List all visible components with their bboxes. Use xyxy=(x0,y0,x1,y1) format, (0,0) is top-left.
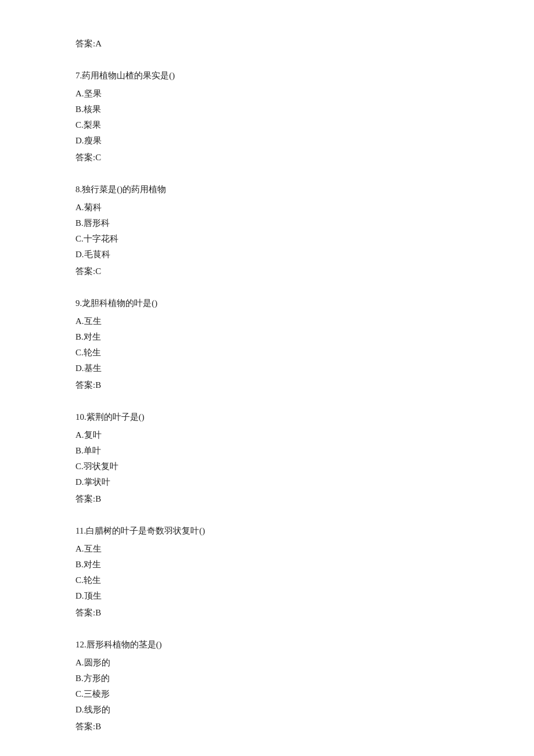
question-8-answer: 答案:C xyxy=(75,264,459,279)
question-8-option-a: A.菊科 xyxy=(75,200,459,215)
question-12-answer: 答案:B xyxy=(75,719,459,735)
question-11-answer: 答案:B xyxy=(75,605,459,621)
question-10-option-a: A.复叶 xyxy=(75,427,459,443)
question-12-option-c: C.三棱形 xyxy=(75,686,459,702)
question-11-option-b: B.对生 xyxy=(75,557,459,573)
question-10-option-d: D.掌状叶 xyxy=(75,474,459,490)
question-9-option-a: A.互生 xyxy=(75,314,459,329)
question-7-answer: 答案:C xyxy=(75,150,459,165)
question-9: 9.龙胆科植物的叶是() A.互生 B.对生 C.轮生 D.基生 答案:B xyxy=(75,296,459,393)
question-12-option-d: D.线形的 xyxy=(75,702,459,718)
question-7-option-b: B.核果 xyxy=(75,102,459,117)
prev-answer-block: 答案:A xyxy=(75,36,459,52)
question-9-option-c: C.轮生 xyxy=(75,345,459,361)
question-7: 7.药用植物山楂的果实是() A.坚果 B.核果 C.梨果 D.瘦果 答案:C xyxy=(75,68,459,165)
question-11: 11.白腊树的叶子是奇数羽状复叶() A.互生 B.对生 C.轮生 D.顶生 答… xyxy=(75,523,459,621)
question-11-option-c: C.轮生 xyxy=(75,573,459,588)
question-7-option-d: D.瘦果 xyxy=(75,133,459,149)
question-11-option-d: D.顶生 xyxy=(75,588,459,604)
question-12: 12.唇形科植物的茎是() A.圆形的 B.方形的 C.三棱形 D.线形的 答案… xyxy=(75,637,459,735)
question-8-option-b: B.唇形科 xyxy=(75,215,459,231)
question-7-title: 7.药用植物山楂的果实是() xyxy=(75,68,459,84)
question-12-option-b: B.方形的 xyxy=(75,671,459,686)
question-8-title: 8.独行菜是()的药用植物 xyxy=(75,182,459,197)
question-9-answer: 答案:B xyxy=(75,377,459,393)
prev-answer-text: 答案:A xyxy=(75,36,459,52)
question-9-title: 9.龙胆科植物的叶是() xyxy=(75,296,459,311)
question-11-option-a: A.互生 xyxy=(75,541,459,557)
question-9-option-b: B.对生 xyxy=(75,329,459,345)
content-area: 答案:A 7.药用植物山楂的果实是() A.坚果 B.核果 C.梨果 D.瘦果 … xyxy=(75,36,459,735)
question-8-option-d: D.毛茛科 xyxy=(75,247,459,262)
question-11-title: 11.白腊树的叶子是奇数羽状复叶() xyxy=(75,523,459,539)
question-10-title: 10.紫荆的叶子是() xyxy=(75,409,459,425)
question-10-option-b: B.单叶 xyxy=(75,443,459,459)
question-12-title: 12.唇形科植物的茎是() xyxy=(75,637,459,653)
question-10: 10.紫荆的叶子是() A.复叶 B.单叶 C.羽状复叶 D.掌状叶 答案:B xyxy=(75,409,459,507)
question-7-option-c: C.梨果 xyxy=(75,117,459,133)
question-10-option-c: C.羽状复叶 xyxy=(75,459,459,474)
question-10-answer: 答案:B xyxy=(75,491,459,507)
question-9-option-d: D.基生 xyxy=(75,361,459,376)
question-7-option-a: A.坚果 xyxy=(75,86,459,102)
question-8-option-c: C.十字花科 xyxy=(75,231,459,247)
question-12-option-a: A.圆形的 xyxy=(75,655,459,671)
question-8: 8.独行菜是()的药用植物 A.菊科 B.唇形科 C.十字花科 D.毛茛科 答案… xyxy=(75,182,459,279)
